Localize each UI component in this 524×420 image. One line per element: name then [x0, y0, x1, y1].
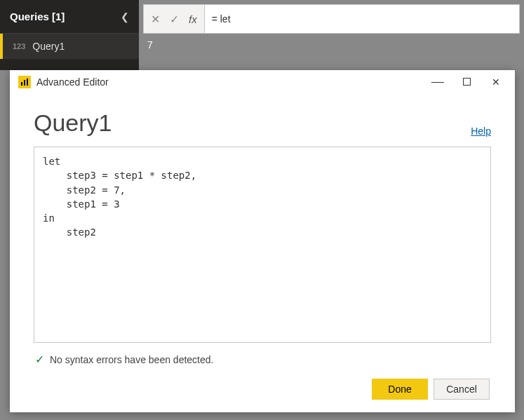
advanced-editor-dialog: Advanced Editor ── ✕ Query1 Help let ste… [10, 70, 515, 412]
window-buttons: ── ✕ [431, 76, 506, 88]
sidebar-header: Queries [1] ❮ [0, 0, 139, 34]
svg-rect-1 [24, 80, 25, 86]
minimize-button[interactable]: ── [431, 76, 443, 88]
commit-formula-icon[interactable]: ✓ [170, 13, 179, 26]
chevron-left-icon[interactable]: ❮ [121, 11, 129, 22]
formula-bar: ✕ ✓ fx = let [139, 0, 524, 34]
cancel-button[interactable]: Cancel [434, 379, 490, 400]
svg-rect-2 [27, 79, 28, 86]
powerbi-icon [18, 76, 31, 88]
dialog-titlebar: Advanced Editor ── ✕ [10, 70, 515, 94]
maximize-button[interactable] [460, 76, 473, 88]
number-type-icon: 123 [13, 42, 25, 50]
code-editor[interactable]: let step3 = step1 * step2, step2 = 7, st… [34, 147, 491, 343]
syntax-status: ✓ No syntax errors have been detected. [34, 343, 491, 376]
result-preview: 7 [139, 34, 524, 56]
queries-sidebar: Queries [1] ❮ 123 Query1 [0, 0, 139, 70]
query-list-item[interactable]: 123 Query1 [0, 34, 139, 59]
help-link[interactable]: Help [471, 126, 491, 137]
cancel-formula-icon[interactable]: ✕ [151, 13, 160, 26]
formula-value: = let [212, 13, 231, 25]
status-message: No syntax errors have been detected. [50, 354, 213, 365]
close-button[interactable]: ✕ [490, 76, 502, 88]
fx-icon[interactable]: fx [189, 13, 197, 25]
query-name-heading: Query1 [34, 109, 112, 137]
sidebar-title: Queries [1] [10, 11, 65, 22]
query-item-label: Query1 [32, 41, 65, 52]
formula-input[interactable]: = let [205, 4, 520, 34]
formula-bar-controls: ✕ ✓ fx [143, 4, 205, 34]
check-icon: ✓ [35, 353, 44, 366]
dialog-title: Advanced Editor [36, 76, 425, 88]
svg-rect-0 [21, 82, 22, 86]
done-button[interactable]: Done [372, 379, 428, 400]
